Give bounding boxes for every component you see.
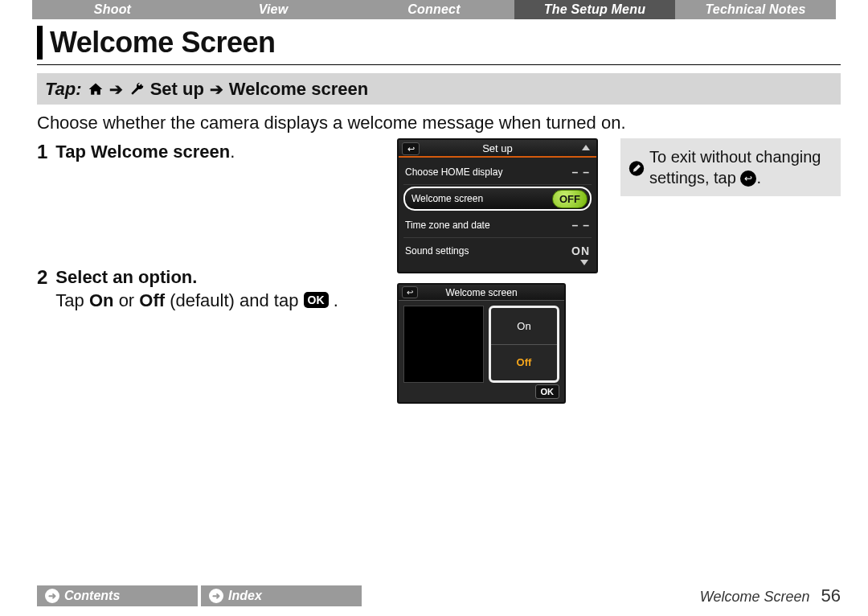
arrow-right-icon: ➜: [209, 589, 223, 603]
wrench-icon: [129, 81, 145, 97]
tab-connect[interactable]: Connect: [354, 0, 514, 19]
breadcrumb-setup: Set up: [150, 79, 204, 100]
menu-row-welcome-screen[interactable]: Welcome screen OFF: [403, 187, 592, 211]
tab-shoot[interactable]: Shoot: [32, 0, 193, 19]
step-2-number: 2: [37, 265, 47, 312]
menu-row-label: Choose HOME display: [405, 166, 502, 178]
breadcrumb-path: Tap: ➔ Set up ➔ Welcome screen: [37, 73, 841, 105]
footer-contents-label: Contents: [64, 589, 120, 603]
step-1-number: 1: [37, 140, 47, 164]
menu-row-label: Welcome screen: [411, 193, 483, 204]
note-line2a: settings, tap: [649, 169, 740, 187]
footer: ➜ Contents ➜ Index Welcome Screen 56: [0, 585, 868, 606]
breadcrumb-welcome: Welcome screen: [229, 79, 368, 100]
tab-setup-menu[interactable]: The Setup Menu: [514, 0, 675, 19]
step-2-d: .: [329, 290, 338, 310]
arrow-right-icon: ➜: [45, 589, 59, 603]
footer-contents-button[interactable]: ➜ Contents: [37, 585, 198, 606]
arrow-icon: ➔: [109, 80, 123, 99]
step-2-b: or: [114, 290, 140, 310]
step-2-body: Tap On or Off (default) and tap OK .: [55, 290, 338, 312]
footer-section: Welcome Screen: [700, 589, 810, 606]
camera-title: Welcome screen: [445, 287, 517, 298]
scroll-up-icon[interactable]: [582, 145, 590, 150]
ok-icon: OK: [304, 292, 329, 308]
page-number: 56: [821, 585, 841, 606]
step-1: 1 Tap Welcome screen.: [37, 140, 383, 164]
back-icon: ↩: [740, 170, 756, 187]
menu-row-sound[interactable]: Sound settings ON: [403, 238, 592, 264]
home-icon: [88, 81, 104, 97]
scroll-down-icon[interactable]: [580, 260, 588, 265]
step-2-a: Tap: [55, 290, 89, 310]
welcome-preview: [403, 306, 484, 383]
menu-row-home-display[interactable]: Choose HOME display – –: [403, 159, 592, 185]
footer-index-label: Index: [228, 589, 262, 603]
welcome-options: On Off: [489, 306, 559, 383]
arrow-icon: ➔: [210, 80, 223, 99]
step-1-text-c: .: [230, 142, 235, 162]
ok-button[interactable]: OK: [535, 384, 560, 399]
step-1-text-b: Welcome screen: [91, 142, 230, 162]
step-2-off: Off: [139, 290, 165, 310]
step-1-text-a: Tap: [55, 142, 91, 162]
menu-row-label: Sound settings: [405, 245, 469, 257]
menu-row-timezone[interactable]: Time zone and date – –: [403, 212, 592, 238]
camera-back-button[interactable]: ↩: [402, 286, 418, 298]
top-tabs: Shoot View Connect The Setup Menu Techni…: [0, 0, 868, 19]
camera-back-button[interactable]: ↩: [402, 142, 420, 155]
step-2-c: (default) and tap: [165, 290, 303, 310]
step-2: 2 Select an option. Tap On or Off (defau…: [37, 265, 383, 312]
step-2-on: On: [89, 290, 114, 310]
menu-row-label: Time zone and date: [405, 220, 490, 231]
note-line2b: .: [756, 169, 761, 187]
exit-note: To exit without changing settings, tap ↩…: [620, 138, 841, 196]
tap-label: Tap:: [45, 79, 82, 100]
step-2-title: Select an option.: [55, 265, 338, 290]
pencil-icon: [628, 149, 645, 188]
camera-screen-setup: ↩ Set up Choose HOME display – – Welcome…: [397, 138, 598, 273]
note-line1: To exit without changing: [649, 148, 821, 166]
option-off[interactable]: Off: [491, 345, 557, 381]
intro-text: Choose whether the camera displays a wel…: [37, 113, 841, 133]
title-rule: [37, 64, 841, 65]
tab-technical-notes[interactable]: Technical Notes: [675, 0, 836, 19]
menu-row-value: ON: [571, 244, 590, 257]
page-title: Welcome Screen: [50, 26, 841, 60]
camera-title: Set up: [482, 142, 513, 154]
menu-row-value: – –: [572, 219, 590, 232]
step-1-title: Tap Welcome screen.: [55, 140, 235, 164]
camera-screen-welcome: ↩ Welcome screen On Off OK: [397, 283, 566, 404]
footer-index-button[interactable]: ➜ Index: [201, 585, 362, 606]
tab-view[interactable]: View: [193, 0, 354, 19]
menu-row-value: – –: [572, 166, 590, 179]
page-title-wrap: Welcome Screen: [37, 26, 841, 60]
menu-row-value: OFF: [552, 190, 588, 208]
option-on[interactable]: On: [491, 308, 557, 345]
